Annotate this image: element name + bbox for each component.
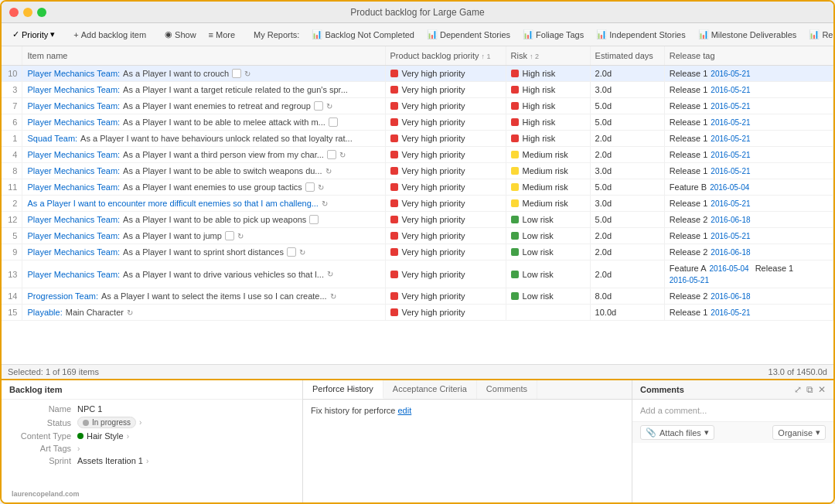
- col-header-priority[interactable]: Product backlog priority ↑ 1: [385, 46, 506, 66]
- refresh-icon[interactable]: ↻: [330, 292, 336, 301]
- release-date: 2016-05-21: [711, 118, 750, 127]
- col-header-name[interactable]: Item name: [22, 46, 385, 66]
- table-row[interactable]: 11Player Mechanics Team: As a Player I w…: [2, 179, 833, 196]
- item-text: As a Player I want to be able to pick up…: [123, 215, 306, 224]
- item-checkbox[interactable]: [309, 215, 319, 224]
- team-label[interactable]: Progression Team:: [27, 291, 98, 301]
- col-header-days[interactable]: Estimated days: [590, 46, 664, 66]
- team-label[interactable]: Player Mechanics Team:: [27, 215, 120, 224]
- field-expand-arrow[interactable]: ›: [127, 432, 129, 441]
- team-label[interactable]: Player Mechanics Team:: [27, 231, 120, 240]
- team-label[interactable]: Player Mechanics Team:: [27, 85, 120, 94]
- item-text: As a Player I want to sprint short dista…: [123, 247, 284, 257]
- priority-text: Very high priority: [402, 291, 465, 301]
- item-text: As a Player I want to drive various vehi…: [123, 270, 324, 279]
- table-row[interactable]: 10Player Mechanics Team: As a Player I w…: [2, 66, 833, 82]
- toolbar-milestone-deliverables[interactable]: 📊 Milestone Deliverables: [694, 28, 802, 41]
- toolbar-dependent-stories[interactable]: 📊 Dependent Stories: [422, 28, 515, 41]
- risk-text: High risk: [523, 69, 556, 78]
- team-label[interactable]: Player Mechanics Team:: [27, 69, 120, 78]
- team-label[interactable]: Player Mechanics Team:: [27, 247, 120, 257]
- toolbar-independent-stories[interactable]: 📊 Independent Stories: [591, 28, 690, 41]
- table-row[interactable]: 12Player Mechanics Team: As a Player I w…: [2, 212, 833, 228]
- table-row[interactable]: 8Player Mechanics Team: As a Player I wa…: [2, 163, 833, 179]
- field-value[interactable]: Assets Iteration 1›: [77, 456, 148, 465]
- item-checkbox[interactable]: [329, 117, 338, 127]
- refresh-icon[interactable]: ↻: [244, 70, 250, 78]
- item-checkbox[interactable]: [327, 150, 336, 159]
- toolbar-my-reports: My Reports:: [249, 29, 304, 41]
- item-checkbox[interactable]: [225, 231, 234, 240]
- row-days: 8.0d: [590, 288, 664, 305]
- detail-tab-acceptance-criteria[interactable]: Acceptance Criteria: [383, 380, 477, 399]
- comment-placeholder: Add a comment...: [640, 406, 707, 415]
- toolbar-foliage-tags[interactable]: 📊 Foliage Tags: [518, 28, 588, 41]
- item-checkbox[interactable]: [232, 69, 241, 78]
- item-checkbox[interactable]: [305, 182, 315, 192]
- priority-dot: [390, 86, 398, 94]
- team-label[interactable]: Player Mechanics Team:: [27, 150, 120, 159]
- table-row[interactable]: 1Squad Team: As a Player I want to have …: [2, 131, 833, 147]
- field-value[interactable]: Hair Style›: [77, 431, 129, 441]
- table-row[interactable]: 9Player Mechanics Team: As a Player I wa…: [2, 244, 833, 261]
- release-date: 2016-05-21: [711, 135, 750, 143]
- popout-icon[interactable]: ⧉: [806, 384, 813, 395]
- detail-tab-perforce-history[interactable]: Perforce History: [303, 380, 383, 399]
- team-label[interactable]: Player Mechanics Team:: [27, 166, 120, 175]
- table-row[interactable]: 7Player Mechanics Team: As a Player I wa…: [2, 98, 833, 114]
- col-header-release[interactable]: Release tag: [664, 46, 833, 66]
- maximize-button[interactable]: [37, 8, 46, 17]
- refresh-icon[interactable]: ↻: [339, 151, 346, 159]
- refresh-icon[interactable]: ↻: [327, 270, 333, 278]
- team-label[interactable]: Player Mechanics Team:: [27, 182, 120, 192]
- item-text: Main Character: [66, 308, 124, 317]
- window-title: Product backlog for Large Game: [350, 7, 484, 18]
- refresh-icon[interactable]: ↻: [127, 308, 133, 317]
- toolbar-add-backlog[interactable]: + Add backlog item: [69, 29, 151, 41]
- field-value[interactable]: In progress›: [77, 417, 141, 428]
- field-expand-arrow[interactable]: ›: [139, 418, 141, 427]
- release-label: Release 1: [670, 150, 708, 159]
- team-label[interactable]: Playable:: [27, 308, 62, 317]
- detail-tab-comments[interactable]: Comments: [477, 380, 537, 399]
- refresh-icon[interactable]: ↻: [325, 167, 332, 175]
- expand-icon[interactable]: ⤢: [794, 384, 802, 395]
- item-checkbox[interactable]: [287, 247, 296, 257]
- table-row[interactable]: 5Player Mechanics Team: As a Player I wa…: [2, 228, 833, 244]
- team-label[interactable]: Player Mechanics Team:: [27, 117, 120, 127]
- table-row[interactable]: 14Progression Team: As a Player I want t…: [2, 288, 833, 305]
- toolbar-priority[interactable]: ✓ Priority ▾: [8, 28, 60, 41]
- refresh-icon[interactable]: ↻: [237, 232, 244, 240]
- item-checkbox[interactable]: [314, 101, 323, 111]
- comment-add-area[interactable]: Add a comment...: [632, 400, 833, 421]
- field-expand-arrow[interactable]: ›: [77, 444, 80, 453]
- field-value[interactable]: ›: [77, 444, 80, 453]
- toolbar-backlog-not-completed[interactable]: 📊 Backlog Not Completed: [307, 28, 419, 41]
- table-row[interactable]: 3Player Mechanics Team: As a Player I wa…: [2, 82, 833, 98]
- table-row[interactable]: 15Playable: Main Character↻Very high pri…: [2, 305, 833, 321]
- priority-dot: [390, 292, 398, 300]
- toolbar-show[interactable]: ◉ Show: [160, 28, 201, 41]
- refresh-icon[interactable]: ↻: [322, 199, 328, 208]
- team-label[interactable]: As a Player I want to encounter more dif…: [27, 199, 318, 208]
- table-row[interactable]: 2As a Player I want to encounter more di…: [2, 196, 833, 212]
- toolbar-release1-status[interactable]: 📊 Release 1 Status: [804, 28, 833, 41]
- refresh-icon[interactable]: ↻: [318, 183, 324, 192]
- organise-button[interactable]: Organise ▾: [772, 425, 826, 440]
- table-row[interactable]: 4Player Mechanics Team: As a Player I wa…: [2, 147, 833, 163]
- table-row[interactable]: 6Player Mechanics Team: As a Player I wa…: [2, 114, 833, 131]
- minimize-button[interactable]: [23, 8, 32, 17]
- attach-files-button[interactable]: 📎 Attach files ▾: [640, 425, 714, 440]
- refresh-icon[interactable]: ↻: [299, 248, 305, 257]
- toolbar-more[interactable]: ≡ More: [204, 29, 240, 41]
- table-row[interactable]: 13Player Mechanics Team: As a Player I w…: [2, 261, 833, 288]
- team-label[interactable]: Player Mechanics Team:: [27, 101, 120, 111]
- close-button[interactable]: [9, 8, 19, 17]
- refresh-icon[interactable]: ↻: [326, 102, 332, 111]
- team-label[interactable]: Squad Team:: [27, 134, 77, 143]
- field-expand-arrow[interactable]: ›: [146, 457, 148, 465]
- perforce-edit-link[interactable]: edit: [397, 406, 411, 415]
- col-header-risk[interactable]: Risk ↑ 2: [506, 46, 590, 66]
- close-icon[interactable]: ✕: [818, 384, 826, 395]
- team-label[interactable]: Player Mechanics Team:: [27, 270, 120, 279]
